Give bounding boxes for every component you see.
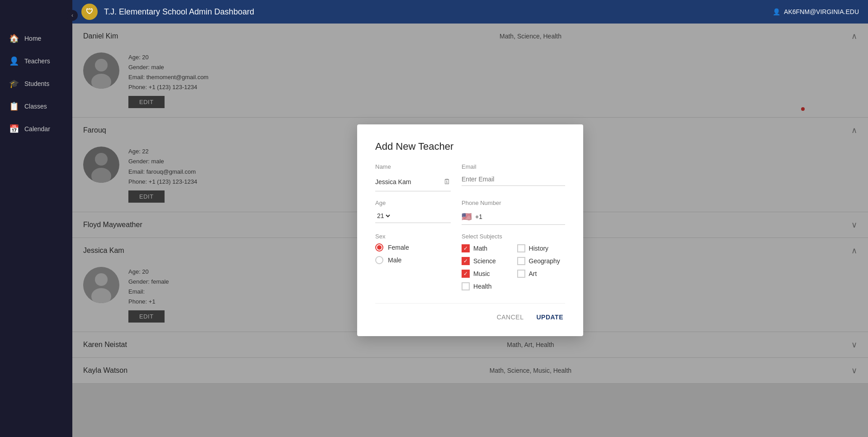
- name-label: Name: [375, 163, 451, 170]
- sidebar-item-label: Classes: [24, 103, 47, 110]
- subject-geography[interactable]: Geography: [517, 257, 565, 265]
- age-field-group: Age 21 20 22 25 30: [375, 200, 451, 225]
- country-code: +1: [475, 213, 482, 220]
- name-input-wrapper: 🗓: [375, 173, 451, 191]
- science-checkbox[interactable]: [462, 257, 470, 265]
- subject-health[interactable]: Health: [462, 282, 509, 290]
- male-label: Male: [388, 256, 401, 264]
- age-label: Age: [375, 200, 451, 206]
- app-title: T.J. Elementary School Admin Dashboard: [104, 7, 766, 17]
- age-select-wrapper: 21 20 22 25 30: [375, 209, 451, 223]
- sidebar-item-label: Home: [24, 35, 41, 42]
- cancel-button[interactable]: CANCEL: [495, 311, 526, 323]
- modal-title: Add New Teacher: [375, 141, 565, 152]
- name-input[interactable]: [375, 176, 443, 188]
- sidebar-nav: 🏠 Home 👤 Teachers 🎓 Students 📋 Classes 📅…: [0, 27, 72, 140]
- header: 🛡 T.J. Elementary School Admin Dashboard…: [72, 0, 868, 24]
- students-icon: 🎓: [9, 79, 19, 89]
- phone-label: Phone Number: [462, 200, 565, 206]
- age-select[interactable]: 21 20 22 25 30: [375, 212, 392, 220]
- sidebar-item-label: Teachers: [24, 57, 50, 65]
- female-label: Female: [388, 244, 409, 251]
- art-checkbox[interactable]: [517, 270, 525, 278]
- user-email: AK6FNM@VIRGINIA.EDU: [784, 8, 859, 15]
- math-checkbox[interactable]: [462, 244, 470, 252]
- sidebar-item-label: Calendar: [24, 125, 50, 133]
- email-label: Email: [462, 163, 565, 170]
- modal-form: Name 🗓 Email Age: [375, 163, 565, 290]
- modal-footer: CANCEL UPDATE: [375, 303, 565, 323]
- health-checkbox[interactable]: [462, 282, 470, 290]
- sex-field-group: Sex Female Male: [375, 233, 451, 290]
- sex-label: Sex: [375, 233, 451, 240]
- home-icon: 🏠: [9, 33, 19, 43]
- modal-overlay: Add New Teacher Name 🗓 Email: [72, 24, 868, 437]
- user-icon: 👤: [773, 8, 780, 15]
- sidebar-item-home[interactable]: 🏠 Home: [0, 27, 72, 50]
- add-teacher-modal: Add New Teacher Name 🗓 Email: [357, 124, 583, 336]
- update-button[interactable]: UPDATE: [534, 311, 565, 323]
- sidebar-item-calendar[interactable]: 📅 Calendar: [0, 118, 72, 140]
- subjects-field-group: Select Subjects Math History: [462, 233, 565, 290]
- calendar-icon: 📅: [9, 124, 19, 134]
- teachers-icon: 👤: [9, 56, 19, 66]
- sex-radio-group: Female Male: [375, 243, 451, 264]
- user-info: 👤 AK6FNM@VIRGINIA.EDU: [773, 8, 859, 15]
- history-label: History: [529, 245, 549, 252]
- subject-science[interactable]: Science: [462, 257, 509, 265]
- geography-label: Geography: [529, 257, 560, 265]
- radio-female[interactable]: Female: [375, 243, 451, 252]
- health-label: Health: [473, 283, 491, 290]
- phone-input-wrapper: 🇺🇸 +1: [462, 209, 565, 225]
- classes-icon: 📋: [9, 101, 19, 111]
- phone-field-group: Phone Number 🇺🇸 +1: [462, 200, 565, 225]
- edit-icon[interactable]: 🗓: [443, 178, 451, 186]
- sidebar-item-classes[interactable]: 📋 Classes: [0, 95, 72, 118]
- music-checkbox[interactable]: [462, 270, 470, 278]
- sidebar-item-students[interactable]: 🎓 Students: [0, 72, 72, 95]
- sidebar-toggle[interactable]: ‹: [67, 10, 78, 21]
- content-area: Daniel Kim Math, Science, Health ∧ Age: …: [72, 24, 868, 437]
- subject-music[interactable]: Music: [462, 270, 509, 278]
- sidebar-item-label: Students: [24, 80, 49, 87]
- history-checkbox[interactable]: [517, 244, 525, 252]
- sidebar: ‹ 🏠 Home 👤 Teachers 🎓 Students 📋 Classes…: [0, 0, 72, 437]
- subject-history[interactable]: History: [517, 244, 565, 252]
- name-field-group: Name 🗓: [375, 163, 451, 191]
- subject-math[interactable]: Math: [462, 244, 509, 252]
- female-radio-button[interactable]: [375, 243, 383, 252]
- app-logo: 🛡: [81, 4, 98, 20]
- email-field-group: Email: [462, 163, 565, 191]
- phone-input[interactable]: [486, 213, 565, 220]
- art-label: Art: [529, 270, 537, 277]
- subjects-label: Select Subjects: [462, 233, 565, 240]
- subjects-grid: Math History Science: [462, 244, 565, 290]
- geography-checkbox[interactable]: [517, 257, 525, 265]
- male-radio-button[interactable]: [375, 256, 383, 264]
- subject-art[interactable]: Art: [517, 270, 565, 278]
- flag-icon: 🇺🇸: [462, 212, 472, 222]
- math-label: Math: [473, 245, 487, 252]
- main-content: 🛡 T.J. Elementary School Admin Dashboard…: [72, 0, 868, 437]
- radio-male[interactable]: Male: [375, 256, 451, 264]
- science-label: Science: [473, 257, 496, 265]
- sidebar-item-teachers[interactable]: 👤 Teachers: [0, 50, 72, 72]
- music-label: Music: [473, 270, 490, 277]
- email-input[interactable]: [462, 173, 565, 186]
